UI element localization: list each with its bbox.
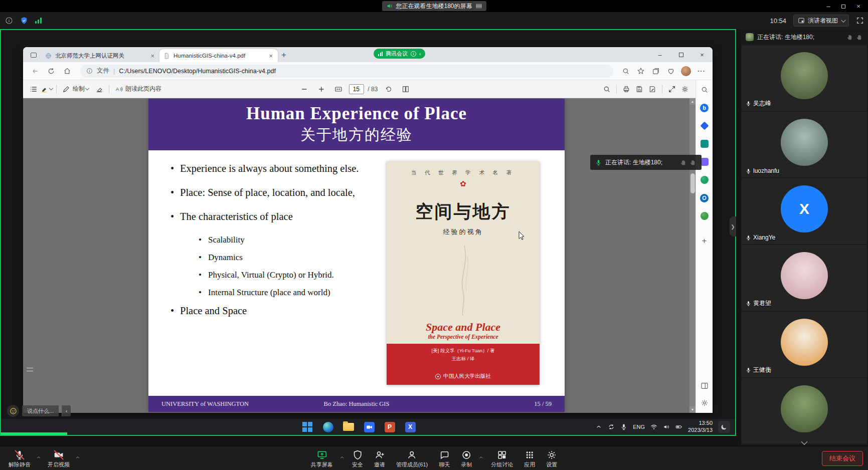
pdf-settings-icon[interactable]: [678, 83, 691, 96]
emoji-icon[interactable]: [7, 405, 19, 417]
tray-mic-icon[interactable]: [620, 423, 627, 430]
battery-icon[interactable]: [675, 423, 682, 430]
sidebar-search-icon[interactable]: [699, 84, 710, 95]
meeting-share-pill[interactable]: 腾讯会议 i ‹: [374, 49, 425, 59]
copilot-icon[interactable]: b: [699, 102, 710, 113]
zoom-out-icon[interactable]: [297, 83, 310, 96]
participant-tile[interactable]: 吴志峰: [742, 45, 867, 111]
pdf-scrollbar[interactable]: ▲ ▼: [689, 98, 696, 413]
focus-moon-icon[interactable]: [718, 421, 730, 433]
app-maximize-button[interactable]: [836, 3, 851, 10]
video-options-button[interactable]: [75, 448, 81, 462]
zoom-icon[interactable]: [619, 65, 632, 78]
panel-collapse-handle[interactable]: ❯: [730, 216, 736, 237]
chat-input-hint[interactable]: 说点什么...: [22, 405, 59, 416]
tab-close-icon[interactable]: ×: [149, 52, 155, 60]
info-icon[interactable]: i: [411, 51, 416, 57]
read-aloud-label[interactable]: 朗读此页内容: [125, 85, 161, 93]
back-icon[interactable]: [28, 64, 42, 78]
search-icon[interactable]: [600, 83, 613, 96]
shopping-icon[interactable]: [699, 120, 710, 131]
browser-tab-2[interactable]: HumanisticGIS-china-v4.pdf×: [159, 49, 278, 62]
new-tab-button[interactable]: +: [278, 49, 290, 61]
meeting-app-icon[interactable]: [363, 420, 376, 433]
participant-tile[interactable]: [742, 378, 867, 444]
edge-icon[interactable]: [321, 420, 334, 433]
eraser-icon[interactable]: [93, 83, 106, 96]
home-icon[interactable]: [60, 64, 74, 78]
rotate-icon[interactable]: [382, 83, 395, 96]
participant-tile[interactable]: 黄君望: [742, 245, 867, 311]
read-aloud-icon[interactable]: A: [112, 83, 125, 96]
meeting-info-icon[interactable]: [5, 17, 13, 25]
language-indicator[interactable]: ENG: [633, 424, 645, 430]
print-icon[interactable]: [620, 83, 633, 96]
tray-expand-icon[interactable]: [595, 423, 602, 430]
pdf-viewport[interactable]: Human Experience of Place 关于地方的经验 Experi…: [23, 98, 696, 413]
sync-icon[interactable]: [608, 423, 615, 430]
file-explorer-icon[interactable]: [342, 420, 355, 433]
participant-tile[interactable]: XXiangYe: [742, 178, 867, 244]
save-as-icon[interactable]: [646, 83, 659, 96]
breakout-button[interactable]: 分组讨论: [486, 448, 517, 468]
profile-avatar[interactable]: [679, 65, 692, 78]
unmute-button[interactable]: 解除静音: [4, 448, 35, 468]
start-video-button[interactable]: 开启视频: [43, 448, 74, 468]
zoom-in-icon[interactable]: [314, 83, 327, 96]
add-sidebar-icon[interactable]: +: [699, 236, 710, 247]
browser-menu-icon[interactable]: ⋯: [695, 65, 708, 78]
page-info-icon[interactable]: [86, 68, 93, 74]
wifi-icon[interactable]: [650, 423, 657, 430]
browser-minimize-button[interactable]: –: [649, 47, 670, 62]
view-mode-selector[interactable]: 演讲者视图: [793, 15, 849, 27]
chat-collapse-icon[interactable]: ‹: [62, 405, 71, 416]
panel-scroll-down-icon[interactable]: [802, 439, 807, 444]
raise-hand-icon[interactable]: [856, 34, 863, 41]
toc-icon[interactable]: [27, 83, 40, 96]
collections-icon[interactable]: [649, 65, 662, 78]
browser-maximize-button[interactable]: [670, 47, 691, 62]
badge-menu-icon[interactable]: [476, 4, 482, 8]
record-options-button[interactable]: [478, 448, 484, 462]
record-button[interactable]: 录制: [456, 448, 476, 468]
fullscreen-icon[interactable]: [856, 17, 864, 25]
powerpoint-icon[interactable]: P: [383, 420, 396, 433]
watching-screen-badge[interactable]: 您正在观看生地楼180的屏幕: [382, 1, 486, 11]
open-in-sidebar-icon[interactable]: [696, 382, 713, 390]
expand-icon[interactable]: [665, 83, 678, 96]
url-field[interactable]: 文件 | C:/Users/LENOVO/Desktop/HumanisticG…: [80, 65, 613, 78]
doc-app-icon[interactable]: X: [404, 420, 417, 433]
browser-tab-1[interactable]: 北京师范大学上网认证网关×: [41, 49, 159, 62]
settings-button[interactable]: 设置: [542, 448, 562, 468]
share-button[interactable]: 共享屏幕: [306, 448, 337, 468]
highlighter-icon[interactable]: [40, 83, 53, 96]
refresh-icon[interactable]: [44, 64, 58, 78]
app-minimize-button[interactable]: –: [821, 3, 836, 10]
browser-essentials-icon[interactable]: [664, 65, 677, 78]
draw-icon[interactable]: [60, 83, 73, 96]
favorites-star-icon[interactable]: [634, 65, 647, 78]
mic-options-button[interactable]: [36, 448, 42, 462]
security-button[interactable]: 安全: [348, 448, 368, 468]
tab-actions-icon[interactable]: [27, 49, 40, 61]
volume-icon[interactable]: [663, 423, 670, 430]
end-meeting-button[interactable]: 结束会议: [822, 451, 863, 466]
browser-close-button[interactable]: ×: [691, 47, 713, 62]
office-icon[interactable]: [699, 174, 710, 185]
participant-tile[interactable]: luozhanfu: [742, 112, 867, 177]
draw-label[interactable]: 绘制: [73, 85, 85, 93]
raise-hand-icon[interactable]: [846, 34, 853, 41]
page-number-input[interactable]: 15: [349, 84, 364, 94]
outlook-icon[interactable]: O: [699, 192, 710, 203]
start-button[interactable]: [301, 420, 314, 433]
app-close-button[interactable]: ×: [851, 3, 866, 10]
share-options-button[interactable]: [339, 448, 345, 462]
apps-button[interactable]: 应用: [519, 448, 540, 468]
network-signal-icon[interactable]: [35, 18, 42, 24]
security-shield-icon[interactable]: [20, 17, 28, 25]
subtitle-list-button[interactable]: [23, 365, 36, 374]
image-creator-icon[interactable]: [699, 138, 710, 149]
tab-close-icon[interactable]: ×: [268, 52, 274, 60]
pill-collapse-icon[interactable]: ‹: [419, 51, 421, 57]
plant-icon[interactable]: [699, 210, 710, 221]
